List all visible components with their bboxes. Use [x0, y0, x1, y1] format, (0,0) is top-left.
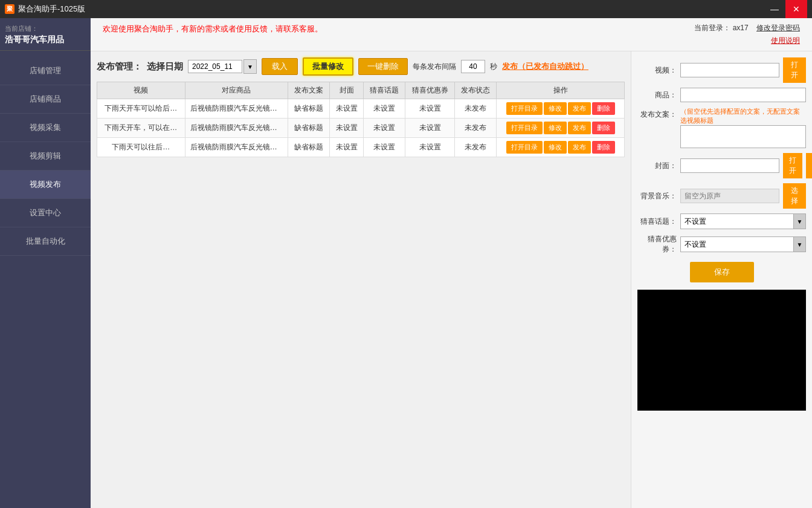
col-header-status: 发布状态 [455, 82, 497, 99]
close-button[interactable]: ✕ [785, 0, 807, 18]
rp-cover-open-button[interactable]: 打开 [783, 153, 802, 178]
open-list-button[interactable]: 打开目录 [506, 102, 543, 115]
table-row: 下雨天开车，可以在…后视镜防雨膜汽车反光镜倒…缺省标题未设置未设置未设置未发布打… [97, 119, 625, 138]
open-list-button[interactable]: 打开目录 [506, 122, 543, 134]
col-header-video: 视频 [97, 82, 185, 99]
rp-music-input[interactable] [680, 189, 779, 203]
table-cell-0: 下雨天开车，可以在… [97, 119, 185, 138]
login-user: ax17 [733, 24, 749, 32]
sidebar-header: 当前店铺： 浩哥哥汽车用品 [0, 18, 91, 51]
date-dropdown-button[interactable]: ▼ [243, 59, 257, 74]
sidebar-item-settings[interactable]: 设置中心 [0, 199, 91, 227]
rp-video-input[interactable] [680, 63, 779, 77]
table-cell-6: 未发布 [455, 99, 497, 119]
rp-save-row: 保存 [637, 262, 806, 282]
toolbar: 发布管理： 选择日期 ▼ 载入 批量修改 一键删除 每条发布间隔 秒 发布（已发… [97, 57, 625, 76]
rp-cover-set-button[interactable]: 设置 [806, 153, 812, 178]
publish-main: 发布管理： 选择日期 ▼ 载入 批量修改 一键删除 每条发布间隔 秒 发布（已发… [91, 51, 631, 508]
rp-coupon-arrow[interactable]: ▼ [793, 237, 805, 252]
rp-cover-label: 封面： [637, 161, 677, 171]
current-store-label: 当前店铺： [5, 24, 86, 33]
sidebar-item-video-collect[interactable]: 视频采集 [0, 114, 91, 142]
delete-row-button[interactable]: 删除 [592, 122, 615, 134]
main-container: 当前店铺： 浩哥哥汽车用品 店铺管理 店铺商品 视频采集 视频剪辑 视频发布 设… [0, 18, 812, 508]
rp-draft-hint: （留空优先选择配置的文案，无配置文案选视频标题 [680, 107, 806, 125]
delete-row-button[interactable]: 删除 [592, 141, 615, 154]
open-list-button[interactable]: 打开目录 [506, 141, 543, 154]
date-select-wrap: ▼ [188, 59, 257, 74]
publish-container: 发布管理： 选择日期 ▼ 载入 批量修改 一键删除 每条发布间隔 秒 发布（已发… [91, 51, 812, 508]
edit-button[interactable]: 修改 [544, 141, 567, 154]
publish-row-button[interactable]: 发布 [568, 141, 591, 154]
date-label: 选择日期 [147, 61, 183, 73]
edit-button[interactable]: 修改 [544, 102, 567, 115]
rp-music-label: 背景音乐： [637, 191, 677, 201]
table-cell-1: 后视镜防雨膜汽车反光镜倒… [185, 138, 288, 157]
rp-product-label: 商品： [637, 90, 677, 100]
sidebar-nav: 店铺管理 店铺商品 视频采集 视频剪辑 视频发布 设置中心 批量自动化 [0, 57, 91, 256]
rp-preview-area [637, 290, 806, 411]
rp-coupon-input[interactable] [681, 238, 793, 251]
table-cell-1: 后视镜防雨膜汽车反光镜倒… [185, 119, 288, 138]
table-cell-4: 未设置 [364, 119, 405, 138]
app-title: 聚合淘助手-1025版 [18, 4, 85, 15]
sidebar-item-video-edit[interactable]: 视频剪辑 [0, 142, 91, 171]
window-controls: — ✕ [764, 0, 807, 18]
rp-draft-row: 发布文案： （留空优先选择配置的文案，无配置文案选视频标题 [637, 107, 806, 148]
sidebar-item-batch-auto[interactable]: 批量自动化 [0, 227, 91, 256]
delete-all-button[interactable]: 一键删除 [358, 58, 408, 75]
rp-topic-dropdown[interactable]: ▼ [680, 213, 806, 229]
table-ops-cell: 打开目录修改发布删除 [497, 119, 625, 138]
publish-button[interactable]: 发布（已发布自动跳过） [502, 61, 588, 72]
rp-coupon-dropdown[interactable]: ▼ [680, 236, 806, 252]
publish-row-button[interactable]: 发布 [568, 122, 591, 134]
col-header-draft: 发布文案 [288, 82, 329, 99]
interval-input[interactable] [461, 60, 485, 73]
load-button[interactable]: 载入 [262, 58, 298, 75]
sidebar-item-video-publish[interactable]: 视频发布 [0, 171, 91, 199]
table-cell-2: 缺省标题 [288, 138, 329, 157]
table-row: 下雨天可以往后…后视镜防雨膜汽车反光镜倒…缺省标题未设置未设置未设置未发布打开目… [97, 138, 625, 157]
toolbar-title: 发布管理： [97, 61, 142, 73]
table-cell-3: 未设置 [329, 138, 363, 157]
rp-music-choose-button[interactable]: 选择 [783, 183, 806, 209]
right-panel: 视频： 打开 商品： 发布文案： （留空优先选择配置的文案，无配置文案选视频标题 [631, 51, 812, 508]
change-password-link[interactable]: 修改登录密码 [756, 24, 800, 32]
rp-draft-textarea[interactable] [680, 125, 806, 148]
table-cell-4: 未设置 [364, 138, 405, 157]
col-header-cover: 封面 [329, 82, 363, 99]
sidebar: 当前店铺： 浩哥哥汽车用品 店铺管理 店铺商品 视频采集 视频剪辑 视频发布 设… [0, 18, 91, 508]
rp-product-row: 商品： [637, 88, 806, 102]
rp-cover-row: 封面： 打开 设置 [637, 153, 806, 178]
col-header-product: 对应商品 [185, 82, 288, 99]
publish-row-button[interactable]: 发布 [568, 102, 591, 115]
delete-row-button[interactable]: 删除 [592, 102, 615, 115]
rp-cover-input[interactable] [680, 158, 779, 173]
rp-draft-wrap: （留空优先选择配置的文案，无配置文案选视频标题 [680, 107, 806, 148]
sidebar-item-store-products[interactable]: 店铺商品 [0, 85, 91, 114]
welcome-message: 欢迎使用聚合淘助手，有新的需求或者使用反馈，请联系客服。 [103, 23, 323, 36]
title-bar: 聚 聚合淘助手-1025版 — ✕ [0, 0, 812, 18]
rp-topic-input[interactable] [681, 215, 793, 228]
store-name: 浩哥哥汽车用品 [5, 34, 86, 45]
rp-video-open-button[interactable]: 打开 [783, 57, 806, 83]
rp-draft-label: 发布文案： [637, 109, 677, 120]
rp-coupon-row: 猜喜优惠券： ▼ [637, 234, 806, 255]
edit-button[interactable]: 修改 [544, 122, 567, 134]
table-cell-2: 缺省标题 [288, 99, 329, 119]
table-cell-3: 未设置 [329, 119, 363, 138]
rp-topic-label: 猜喜话题： [637, 217, 677, 227]
batch-edit-button[interactable]: 批量修改 [303, 57, 353, 76]
save-button[interactable]: 保存 [690, 262, 754, 282]
minimize-button[interactable]: — [764, 0, 785, 18]
rp-topic-arrow[interactable]: ▼ [793, 214, 805, 229]
col-header-ops: 操作 [497, 82, 625, 99]
sidebar-item-store-manage[interactable]: 店铺管理 [0, 57, 91, 85]
table-cell-3: 未设置 [329, 99, 363, 119]
date-input[interactable] [188, 60, 242, 73]
rp-product-input[interactable] [680, 88, 806, 102]
table-row: 下雨天开车可以给后…后视镜防雨膜汽车反光镜倒…缺省标题未设置未设置未设置未发布打… [97, 99, 625, 119]
help-link[interactable]: 使用说明 [771, 36, 800, 45]
interval-label: 每条发布间隔 [413, 62, 456, 72]
table-cell-5: 未设置 [405, 119, 455, 138]
